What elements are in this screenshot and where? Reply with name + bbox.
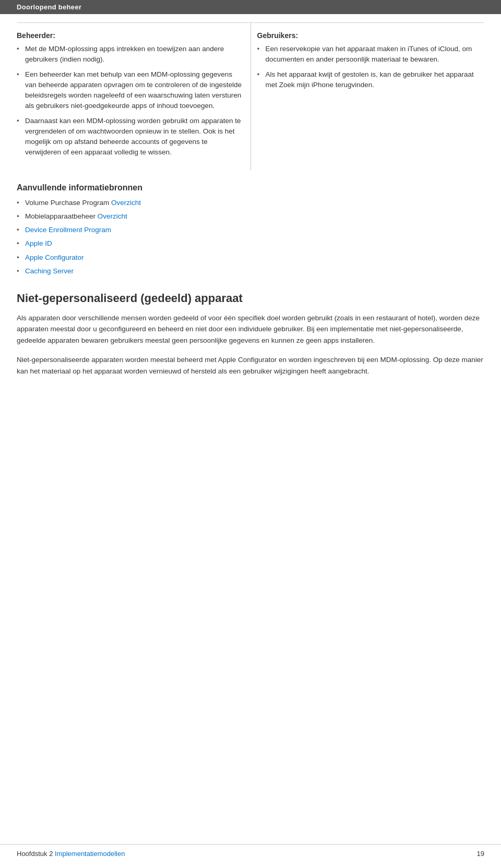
running-header-text: Doorlopend beheer <box>17 3 81 11</box>
footer-chapter-label: Hoofdstuk <box>17 850 47 858</box>
resource-item-appleid: Apple ID <box>17 238 484 249</box>
right-bullet-2: Als het apparaat kwijt of gestolen is, k… <box>257 69 485 91</box>
section-paragraph-2: Niet-gepersonaliseerde apparaten worden … <box>17 354 484 377</box>
right-bullet-1: Een reservekopie van het apparaat maken … <box>257 44 485 65</box>
additional-resources-section: Aanvullende informatiebronnen Volume Pur… <box>17 183 484 277</box>
section-title: Niet-gepersonaliseerd (gedeeld) apparaat <box>17 291 484 306</box>
management-table: Beheerder: Met de MDM-oplossing apps int… <box>17 22 484 171</box>
left-column-header: Beheerder: <box>17 31 244 40</box>
left-column: Beheerder: Met de MDM-oplossing apps int… <box>17 23 250 171</box>
resource-caching-link[interactable]: Caching Server <box>25 267 74 275</box>
resource-mdm-plain: Mobielapparaatbeheer <box>25 212 98 220</box>
left-column-list: Met de MDM-oplossing apps intrekken en t… <box>17 44 244 158</box>
running-header: Doorlopend beheer <box>0 0 501 14</box>
additional-resources-title: Aanvullende informatiebronnen <box>17 183 484 192</box>
resource-vpp-plain: Volume Purchase Program <box>25 199 111 207</box>
section-paragraph-1: Als apparaten door verschillende mensen … <box>17 312 484 346</box>
right-column: Gebruikers: Een reservekopie van het app… <box>250 23 484 171</box>
footer-chapter: Hoofdstuk 2 Implementatiemodellen <box>17 850 125 858</box>
resources-list: Volume Purchase Program Overzicht Mobiel… <box>17 198 484 277</box>
footer-chapter-link[interactable]: Implementatiemodellen <box>55 850 125 858</box>
footer-chapter-num-val: 2 <box>49 850 53 858</box>
footer-page-number: 19 <box>477 850 484 858</box>
resource-configurator-link[interactable]: Apple Configurator <box>25 254 84 261</box>
resource-item-dep: Device Enrollment Program <box>17 225 484 235</box>
resource-vpp-link[interactable]: Overzicht <box>111 199 141 207</box>
left-bullet-1: Met de MDM-oplossing apps intrekken en t… <box>17 44 244 65</box>
resource-appleid-link[interactable]: Apple ID <box>25 239 52 247</box>
niet-gepersonaliseerd-section: Niet-gepersonaliseerd (gedeeld) apparaat… <box>17 291 484 377</box>
left-bullet-3: Daarnaast kan een MDM-oplossing worden g… <box>17 116 244 158</box>
resource-item-caching: Caching Server <box>17 266 484 276</box>
resource-item-mdm: Mobielapparaatbeheer Overzicht <box>17 211 484 222</box>
right-column-list: Een reservekopie van het apparaat maken … <box>257 44 485 90</box>
page-footer: Hoofdstuk 2 Implementatiemodellen 19 <box>0 844 501 858</box>
resource-item-vpp: Volume Purchase Program Overzicht <box>17 198 484 208</box>
left-bullet-2: Een beheerder kan met behulp van een MDM… <box>17 69 244 112</box>
resource-dep-link[interactable]: Device Enrollment Program <box>25 226 111 234</box>
right-column-header: Gebruikers: <box>257 31 485 40</box>
resource-mdm-link[interactable]: Overzicht <box>98 212 127 220</box>
resource-item-configurator: Apple Configurator <box>17 252 484 263</box>
